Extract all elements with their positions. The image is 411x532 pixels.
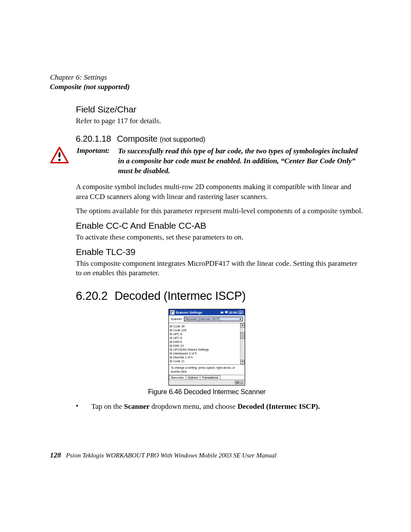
svg-point-2 [58,159,60,161]
paragraph: Refer to page 117 for details. [76,116,364,126]
scroll-up-button[interactable]: ▴ [240,323,245,328]
text-bold: Decoded (Intermec ISCP). [237,402,320,411]
tab-options[interactable]: Options [186,375,200,380]
section-title: Composite [117,134,158,143]
svg-rect-5 [171,312,172,314]
text: dropdown menu, and choose [149,402,237,411]
text-em: on [234,233,241,241]
svg-rect-3 [171,311,172,312]
chapter-header: Chapter 6: Settings [50,73,364,82]
text: . [241,233,243,241]
tree-item[interactable]: UPC A [170,332,239,336]
paragraph: To activate these components, set these … [76,233,364,243]
page-footer: 128 Psion Teklogix WORKABOUT PRO With Wi… [50,451,364,460]
tree-item[interactable]: Code 39 [170,324,239,328]
tree-item[interactable]: UPC/EAN Shared Settings [170,348,239,352]
chapter-subtitle: Composite (not supported) [50,83,364,91]
scanner-dropdown-value: Decoded (Intermec ISCP) [185,317,220,320]
ok-button[interactable]: ok [238,311,243,314]
svg-rect-1 [59,152,60,157]
barcode-tree[interactable]: Code 39 Code 128 UPC A UPC E EAN 8 EAN 1… [169,323,240,364]
svg-rect-6 [172,312,174,314]
warning-icon [50,146,71,165]
section-number: 6.20.1.18 [76,134,111,143]
svg-rect-4 [172,311,174,312]
tree-item[interactable]: EAN 8 [170,340,239,344]
tab-translations[interactable]: Translations [200,375,221,380]
bullet-dot: • [76,402,91,412]
text: To activate these components, set these … [76,233,234,241]
heading-enable-tlc: Enable TLC-39 [76,247,364,257]
heading-decoded-iscp: 6.20.2Decoded (Intermec ISCP) [76,289,364,303]
hint-text: To change a setting: press space, right-… [169,364,245,375]
screenshot-scanner-settings: Scanner Settings ⇄ ◀፧ 10:00 ok Scanner: … [168,309,245,386]
window-titlebar: Scanner Settings ⇄ ◀፧ 10:00 ok [169,309,245,315]
scanner-dropdown[interactable]: Decoded (Intermec ISCP) ▼ [184,317,243,321]
figure-caption: Figure 6.46 Decoded Intermec Scanner [50,388,364,396]
window-title: Scanner Settings [176,311,202,314]
footer-text: Psion Teklogix WORKABOUT PRO With Window… [66,452,276,459]
heading-enable-cc: Enable CC-C And Enable CC-AB [76,221,364,231]
paragraph: This composite component integrates Micr… [76,259,364,279]
scrollbar[interactable]: ▴ ▾ [240,323,245,364]
text-em: on [83,269,90,277]
paragraph: The options available for this parameter… [76,206,364,216]
clock: 10:00 [229,311,237,314]
text-bold: Scanner [124,402,150,411]
tree-item[interactable]: Code 128 [170,328,239,332]
tree-item[interactable]: EAN 13 [170,344,239,348]
tree-item[interactable]: Interleaved 2 of 5 [170,352,239,355]
sip-up-icon[interactable]: ▴ [240,381,243,384]
scroll-down-button[interactable]: ▾ [240,360,245,364]
section-title: Decoded (Intermec ISCP) [115,289,246,302]
tab-bar: Barcodes Options Translations [169,375,245,380]
section-number: 6.20.2 [76,289,108,302]
text: Tap on the [91,402,124,411]
scroll-thumb[interactable] [240,332,245,339]
text: enables this parameter. [90,269,159,277]
important-text: To successfully read this type of bar co… [118,146,362,176]
heading-composite: 6.20.1.18Composite (not supported) [76,134,364,144]
sip-bar: ⌨ ▴ [169,380,245,385]
tree-item[interactable]: Discrete 2 of 5 [170,355,239,359]
heading-field-size: Field Size/Char [76,104,364,115]
connectivity-icon[interactable]: ⇄ [221,311,224,314]
tree-item[interactable]: UPC E [170,336,239,340]
bullet-item: • Tap on the Scanner dropdown menu, and … [76,402,364,412]
chevron-down-icon: ▼ [239,318,242,320]
scanner-label: Scanner: [171,317,183,320]
keyboard-icon[interactable]: ⌨ [235,381,240,384]
paragraph: A composite symbol includes multi-row 2D… [76,182,364,202]
start-icon[interactable] [170,310,174,314]
tab-barcodes[interactable]: Barcodes [169,375,186,380]
tree-item[interactable]: Code 11 [170,359,239,363]
section-note: (not supported) [160,136,206,143]
important-label: Important: [77,146,116,155]
volume-icon[interactable]: ◀፧ [224,310,228,314]
page-number: 128 [50,451,61,459]
